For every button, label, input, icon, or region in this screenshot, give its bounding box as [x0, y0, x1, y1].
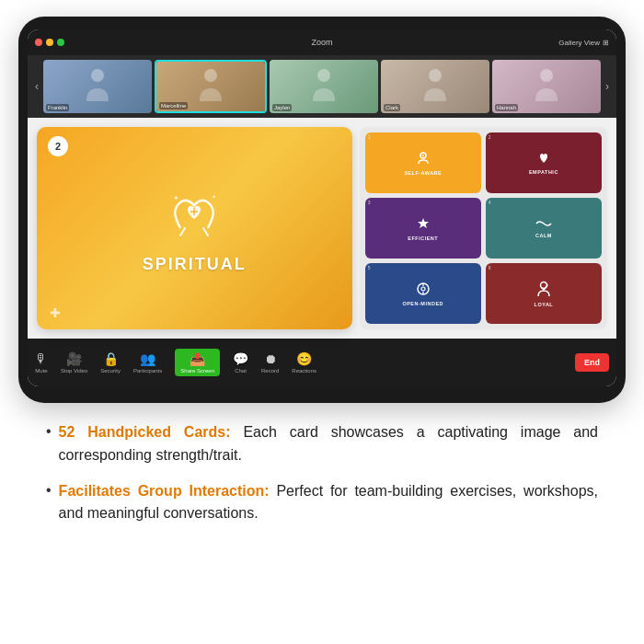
trait-name-5: OPEN-MINDED [402, 301, 443, 306]
highlight-2: Facilitates Group Interaction: [59, 483, 270, 499]
participant-name-5: Hannah [495, 104, 518, 111]
mute-button[interactable]: 🎙 Mute [35, 351, 48, 374]
trait-card-open-minded: 5 OPEN-MINDED [365, 263, 481, 324]
trait-num-2: 2 [489, 134, 491, 140]
content-section: • 52 Handpicked Cards: Each card showcas… [28, 403, 616, 538]
highlight-1: 52 Handpicked Cards: [59, 424, 231, 440]
stop-video-button[interactable]: 🎥 Stop Video [61, 351, 87, 374]
svg-point-3 [429, 69, 442, 82]
participant-thumb-3: Jaylen [270, 60, 378, 113]
gallery-view-label: Gallery View [558, 39, 600, 47]
maximize-dot [57, 39, 64, 46]
reactions-label: Reactions [292, 368, 316, 374]
record-label: Record [261, 368, 279, 374]
svg-point-0 [91, 69, 104, 82]
chat-label: Chat [235, 368, 247, 374]
loyal-icon [536, 281, 551, 300]
close-dot [35, 39, 42, 46]
trait-num-6: 6 [489, 265, 491, 270]
bullet-item-2: • Facilitates Group Interaction: Perfect… [46, 480, 598, 526]
bullet-item-1: • 52 Handpicked Cards: Each card showcas… [46, 421, 598, 467]
spiritual-icon: ✦ ✦ [162, 182, 226, 246]
svg-text:✦: ✦ [173, 194, 179, 202]
mute-label: Mute [35, 368, 47, 374]
svg-point-2 [317, 69, 330, 82]
trait-name-3: EFFICIENT [408, 236, 438, 241]
zoom-bottom-bar: 🎙 Mute 🎥 Stop Video 🔒 Security 👥 Partici… [28, 339, 616, 386]
svg-text:✦: ✦ [212, 194, 216, 200]
traits-grid: 1 SELF-AWARE 2 [360, 127, 607, 329]
card-cross-icon: ✚ [50, 305, 61, 320]
spiritual-card: 2 ✦ ✦ SPIRI [37, 127, 352, 329]
reactions-button[interactable]: 😊 Reactions [292, 351, 316, 374]
window-controls [35, 39, 64, 46]
spiritual-label: SPIRITUAL [143, 255, 247, 274]
share-screen-icon: 📤 [190, 351, 205, 366]
zoom-controls-left: 🎙 Mute 🎥 Stop Video 🔒 Security 👥 Partici… [35, 349, 316, 376]
record-icon: ⏺ [264, 351, 277, 366]
security-label: Security [100, 368, 121, 374]
svg-point-12 [421, 287, 425, 291]
prev-participant-arrow[interactable]: ‹ [33, 80, 40, 93]
calm-icon [535, 218, 552, 231]
chat-icon: 💬 [233, 351, 248, 366]
svg-point-10 [422, 155, 424, 156]
participants-label: Participants [133, 368, 162, 374]
share-screen-button[interactable]: 📤 Share Screen [175, 349, 220, 376]
trait-card-self-aware: 1 SELF-AWARE [365, 132, 481, 193]
gallery-view-button[interactable]: Gallery View ⊞ [558, 39, 609, 47]
bullet-text-1: 52 Handpicked Cards: Each card showcases… [59, 421, 598, 467]
trait-name-6: LOYAL [535, 302, 554, 307]
trait-num-3: 3 [368, 200, 371, 205]
zoom-top-bar: Zoom Gallery View ⊞ [28, 29, 616, 55]
participant-thumb-4: Clark [381, 60, 489, 113]
tablet-device: Zoom Gallery View ⊞ ‹ Franklin [18, 17, 626, 403]
bullet-dot-2: • [46, 482, 52, 499]
bullet-dot-1: • [46, 423, 52, 440]
trait-card-calm: 4 CALM [486, 198, 602, 259]
trait-name-1: SELF-AWARE [404, 170, 442, 176]
stop-video-label: Stop Video [61, 368, 87, 374]
participants-icon: 👥 [140, 351, 155, 366]
trait-num-1: 1 [368, 134, 371, 140]
participant-thumb-2: Marcelline [155, 60, 267, 113]
security-button[interactable]: 🔒 Security [100, 351, 121, 374]
share-screen-label: Share Screen [180, 368, 214, 374]
stop-video-icon: 🎥 [66, 351, 82, 366]
participants-strip: ‹ Franklin Marcelline [28, 55, 616, 118]
participant-name-1: Franklin [46, 104, 69, 111]
efficient-icon [416, 216, 431, 234]
participant-name-2: Marcelline [159, 102, 188, 109]
trait-card-loyal: 6 LOYAL [486, 263, 602, 324]
svg-point-1 [204, 69, 217, 82]
next-participant-arrow[interactable]: › [604, 80, 611, 93]
tablet-screen: Zoom Gallery View ⊞ ‹ Franklin [28, 29, 616, 386]
minimize-dot [46, 39, 53, 46]
empathic-icon [536, 152, 551, 167]
zoom-title-text: Zoom [311, 38, 332, 47]
trait-num-5: 5 [368, 265, 371, 270]
participants-button[interactable]: 👥 Participants [133, 351, 162, 374]
reactions-icon: 😊 [296, 351, 312, 366]
security-icon: 🔒 [103, 351, 119, 366]
trait-num-4: 4 [489, 200, 491, 205]
trait-card-efficient: 3 EFFICIENT [365, 198, 481, 259]
trait-name-4: CALM [535, 233, 552, 238]
participant-thumb-1: Franklin [43, 60, 152, 113]
participant-name-3: Jaylen [272, 104, 292, 111]
trait-card-empathic: 2 EMPATHIC [486, 132, 602, 193]
grid-icon: ⊞ [603, 39, 609, 47]
bullet-text-2: Facilitates Group Interaction: Perfect f… [59, 480, 598, 526]
end-call-button[interactable]: End [575, 353, 609, 372]
mute-icon: 🎙 [35, 351, 48, 366]
participant-thumb-5: Hannah [492, 60, 601, 113]
self-aware-icon [416, 151, 431, 168]
open-minded-icon [416, 282, 431, 299]
card-number: 2 [48, 136, 68, 156]
trait-name-2: EMPATHIC [529, 169, 558, 175]
chat-button[interactable]: 💬 Chat [233, 351, 248, 374]
participant-name-4: Clark [384, 104, 400, 111]
record-button[interactable]: ⏺ Record [261, 351, 279, 374]
zoom-main-content: 2 ✦ ✦ SPIRI [28, 118, 616, 339]
svg-point-4 [540, 69, 553, 82]
